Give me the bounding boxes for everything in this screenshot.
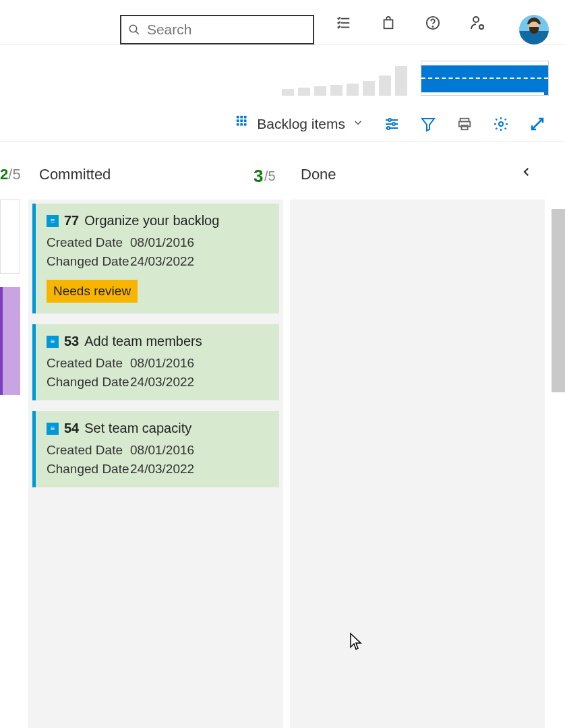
chevron-down-icon	[352, 116, 364, 132]
print-icon[interactable]	[456, 115, 473, 133]
grid-icon	[235, 115, 250, 133]
changed-date: 24/03/2022	[130, 375, 194, 390]
tag[interactable]: Needs review	[47, 280, 138, 303]
svg-line-1	[136, 31, 138, 34]
search-box[interactable]	[120, 15, 314, 44]
card-cutoff[interactable]	[0, 200, 20, 274]
help-icon[interactable]	[425, 15, 441, 31]
scrollbar[interactable]	[552, 209, 565, 392]
velocity-bar	[395, 66, 407, 96]
velocity-chart[interactable]	[282, 61, 549, 96]
done-column-header[interactable]: Done	[301, 166, 336, 183]
work-item-card[interactable]: ≡ 53 Add team members Created Date08/01/…	[32, 324, 279, 400]
svg-rect-12	[244, 116, 247, 119]
work-item-id: 54	[64, 421, 79, 436]
done-column-body	[290, 200, 545, 728]
committed-count: 3	[254, 166, 263, 187]
topbar	[0, 5, 565, 44]
velocity-bar	[379, 75, 391, 96]
svg-point-29	[499, 122, 503, 126]
prev-max: /5	[8, 166, 20, 183]
created-label: Created Date	[47, 443, 130, 458]
checklist-icon[interactable]	[336, 15, 352, 31]
created-date: 08/01/2016	[130, 235, 194, 250]
work-item-title: Organize your backlog	[84, 213, 219, 229]
velocity-bar	[363, 81, 375, 96]
svg-rect-17	[241, 123, 243, 126]
svg-marker-25	[422, 119, 434, 131]
svg-line-30	[532, 119, 543, 129]
search-input[interactable]	[147, 22, 306, 38]
filter-icon[interactable]	[419, 115, 437, 133]
changed-label: Changed Date	[47, 254, 130, 269]
board: ≡ 77 Organize your backlog Created Date0…	[0, 200, 565, 728]
svg-point-20	[388, 119, 391, 121]
svg-point-22	[392, 123, 395, 125]
committed-column-body: ≡ 77 Organize your backlog Created Date0…	[28, 200, 283, 728]
board-toolbar: Backlog items	[0, 107, 565, 142]
svg-rect-10	[237, 116, 239, 119]
prev-count: 2	[0, 166, 8, 183]
svg-rect-16	[237, 123, 239, 126]
created-date: 08/01/2016	[130, 356, 194, 371]
changed-label: Changed Date	[47, 462, 130, 477]
backlog-level-selector[interactable]: Backlog items	[235, 115, 364, 133]
created-label: Created Date	[47, 235, 130, 250]
fullscreen-icon[interactable]	[529, 115, 546, 133]
velocity-bar	[282, 89, 294, 96]
work-item-title: Add team members	[84, 334, 202, 349]
svg-point-9	[479, 25, 483, 29]
user-settings-icon[interactable]	[469, 15, 485, 31]
work-item-id: 77	[64, 213, 79, 229]
changed-date: 24/03/2022	[130, 462, 194, 477]
work-item-type-icon: ≡	[47, 423, 59, 435]
created-date: 08/01/2016	[130, 443, 194, 458]
svg-rect-13	[237, 119, 239, 122]
svg-rect-14	[241, 119, 243, 122]
top-icons	[336, 15, 485, 31]
settings-sliders-icon[interactable]	[383, 115, 400, 133]
backlog-level-label: Backlog items	[257, 116, 345, 132]
created-label: Created Date	[47, 356, 130, 371]
committed-max: /5	[264, 169, 276, 184]
svg-rect-5	[384, 20, 393, 28]
done-label: Done	[301, 166, 336, 183]
search-icon	[128, 23, 140, 36]
work-item-card[interactable]: ≡ 54 Set team capacity Created Date08/01…	[32, 411, 279, 487]
committed-column-header[interactable]: Committed 3 /5	[39, 166, 111, 183]
velocity-bar	[347, 84, 359, 96]
svg-point-8	[473, 17, 479, 22]
avatar[interactable]	[519, 15, 549, 44]
svg-rect-15	[244, 119, 247, 122]
svg-point-7	[432, 26, 433, 27]
collapse-column-icon[interactable]	[521, 166, 533, 181]
committed-label: Committed	[39, 166, 111, 183]
work-item-type-icon: ≡	[47, 336, 59, 348]
work-item-type-icon: ≡	[47, 215, 59, 227]
changed-label: Changed Date	[47, 375, 130, 390]
work-item-title: Set team capacity	[84, 421, 191, 436]
gear-icon[interactable]	[492, 115, 510, 133]
velocity-bar	[330, 85, 343, 96]
bag-icon[interactable]	[380, 15, 396, 31]
svg-rect-18	[244, 123, 247, 126]
card-cutoff[interactable]	[0, 287, 20, 395]
svg-point-0	[129, 25, 136, 32]
prev-column-count: 2/5	[0, 166, 21, 183]
cursor-icon	[349, 632, 363, 651]
work-item-card[interactable]: ≡ 77 Organize your backlog Created Date0…	[32, 204, 279, 313]
svg-point-24	[387, 127, 390, 129]
svg-rect-11	[241, 116, 243, 119]
burndown-chart[interactable]	[421, 61, 549, 96]
velocity-bar	[298, 88, 310, 96]
velocity-bar	[314, 86, 326, 96]
work-item-id: 53	[64, 334, 79, 349]
changed-date: 24/03/2022	[130, 254, 194, 269]
